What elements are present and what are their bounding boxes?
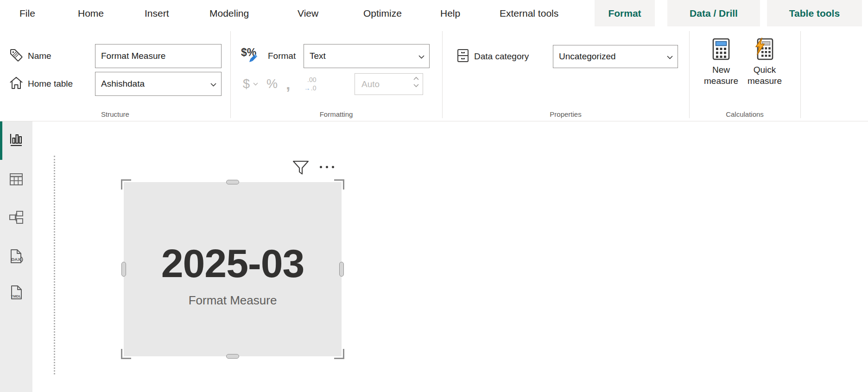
menu-home[interactable]: Home [78, 0, 104, 26]
number-format-toolbar: $ % , .00 →.0 [243, 72, 317, 96]
ribbon-divider [800, 31, 801, 118]
new-measure-label: New measure [704, 64, 738, 87]
home-table-label: Home table [28, 79, 73, 89]
measure-name-input[interactable] [95, 44, 222, 68]
menu-file[interactable]: File [19, 0, 35, 26]
format-icon: $% [241, 46, 263, 66]
name-label: Name [28, 51, 51, 61]
quick-measure-button[interactable]: Quick measure [743, 38, 786, 87]
home-table-select[interactable]: Ashishdata [95, 72, 222, 96]
group-label-formatting: Formatting [230, 110, 442, 118]
ribbon: Name Home table Ashishdata Structure $% … [0, 26, 868, 121]
decimal-places-input: Auto [355, 73, 423, 95]
selection-corner-handle[interactable] [121, 179, 131, 190]
data-category-row: Data category [456, 45, 529, 68]
data-category-label: Data category [474, 51, 529, 62]
svg-text:TMDL: TMDL [11, 294, 21, 298]
menu-help[interactable]: Help [440, 0, 460, 26]
new-measure-button[interactable]: New measure [700, 38, 742, 87]
menu-external-tools[interactable]: External tools [500, 0, 558, 26]
group-label-calculations: Calculations [689, 110, 800, 118]
active-view-indicator [0, 121, 2, 160]
model-view-icon [9, 210, 24, 226]
home-icon [9, 76, 23, 92]
selection-corner-handle[interactable] [334, 349, 344, 359]
ribbon-divider [442, 31, 443, 118]
group-label-structure: Structure [0, 110, 230, 118]
svg-text:DAX: DAX [12, 257, 21, 262]
card-label: Format Measure [189, 293, 277, 308]
sidebar-item-table-view[interactable] [0, 161, 32, 199]
chevron-down-icon [253, 82, 258, 86]
selection-corner-handle[interactable] [334, 179, 344, 190]
tab-format[interactable]: Format [595, 0, 655, 26]
home-table-value: Ashishdata [101, 79, 145, 89]
tag-icon [9, 48, 23, 64]
data-category-value: Uncategorized [559, 51, 616, 62]
format-select[interactable]: Text [304, 44, 430, 68]
new-measure-icon [712, 38, 730, 61]
report-canvas[interactable]: 2025-03 Format Measure [32, 121, 868, 392]
data-category-icon [456, 49, 469, 64]
sidebar-item-tmdl-view[interactable]: TMDL [0, 274, 32, 313]
percent-button: % [266, 77, 278, 91]
resize-handle-left[interactable] [121, 262, 126, 277]
group-label-properties: Properties [442, 110, 689, 118]
stepper-arrows [413, 76, 419, 88]
menu-bar: File Home Insert Modeling View Optimize … [0, 0, 868, 26]
menu-modeling[interactable]: Modeling [209, 0, 249, 26]
format-value: Text [310, 51, 326, 61]
tab-table-tools[interactable]: Table tools [767, 0, 862, 26]
menu-insert[interactable]: Insert [145, 0, 169, 26]
ribbon-divider [230, 31, 231, 118]
table-view-icon [9, 173, 23, 188]
report-view-icon [9, 133, 23, 149]
tab-data-drill[interactable]: Data / Drill [667, 0, 760, 26]
menu-optimize[interactable]: Optimize [363, 0, 402, 26]
page-guide-line [54, 156, 55, 374]
resize-handle-bottom[interactable] [226, 354, 239, 359]
sidebar-item-model-view[interactable] [0, 199, 32, 237]
chevron-down-icon [667, 51, 673, 62]
card-visual[interactable]: 2025-03 Format Measure [124, 182, 342, 356]
resize-handle-top[interactable] [226, 180, 239, 184]
quick-measure-label: Quick measure [748, 64, 782, 87]
sidebar-item-report-view[interactable] [0, 121, 32, 160]
filter-icon[interactable] [292, 160, 310, 178]
thousands-separator-button: , [286, 79, 290, 89]
ribbon-divider [689, 31, 690, 118]
sidebar-item-dax-query-view[interactable]: DAX [0, 238, 32, 277]
card-value: 2025-03 [161, 243, 304, 283]
data-category-select[interactable]: Uncategorized [553, 45, 678, 68]
selection-corner-handle[interactable] [121, 349, 131, 359]
quick-measure-icon [755, 38, 774, 61]
chevron-down-icon [418, 51, 424, 61]
resize-handle-right[interactable] [339, 262, 344, 277]
currency-button: $ [243, 77, 258, 91]
home-table-row: Home table [9, 72, 73, 96]
dax-query-view-icon: DAX [8, 249, 24, 266]
decimal-places-button: .00 →.0 [299, 74, 317, 94]
decimal-places-value: Auto [361, 79, 380, 89]
more-options-icon[interactable] [320, 166, 334, 168]
name-field-row: Name [9, 44, 51, 68]
menu-view[interactable]: View [298, 0, 318, 26]
format-field-row: $% Format [241, 44, 296, 68]
view-sidebar: DAX TMDL [0, 121, 32, 392]
chevron-down-icon [210, 79, 216, 89]
format-label: Format [268, 51, 296, 61]
tmdl-view-icon: TMDL [8, 285, 24, 303]
